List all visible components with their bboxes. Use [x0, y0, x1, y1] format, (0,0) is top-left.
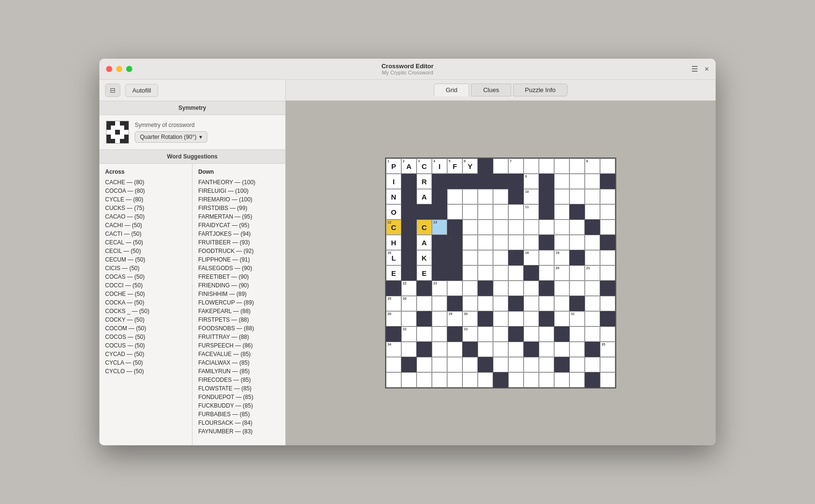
table-row[interactable] — [585, 281, 600, 296]
table-row[interactable] — [447, 281, 462, 296]
table-row[interactable] — [462, 342, 478, 357]
table-row[interactable]: 10 — [524, 189, 539, 204]
table-row[interactable] — [478, 265, 493, 281]
table-row[interactable]: 19 — [554, 250, 569, 265]
tab-grid[interactable]: Grid — [434, 84, 470, 96]
tab-puzzle-info[interactable]: Puzzle Info — [513, 84, 568, 96]
table-row[interactable] — [600, 311, 615, 326]
table-row[interactable]: 21 — [585, 265, 600, 281]
list-item[interactable]: COCAS — (50) — [99, 273, 192, 281]
table-row[interactable] — [493, 189, 508, 204]
table-row[interactable] — [493, 281, 508, 296]
list-item[interactable]: CACHI — (50) — [99, 221, 192, 230]
table-row[interactable] — [432, 296, 447, 311]
table-row[interactable]: 24 — [539, 281, 554, 296]
table-row[interactable] — [462, 265, 478, 281]
table-row[interactable] — [600, 265, 615, 281]
table-row[interactable] — [600, 326, 615, 342]
table-row[interactable] — [569, 357, 585, 372]
list-item[interactable]: FAMILYRUN — (85) — [193, 367, 285, 376]
crossword-grid[interactable]: 1P2A3C4I5F6Y78IR9NA10O1112CC13HA1516LK17… — [385, 158, 616, 388]
table-row[interactable] — [493, 204, 508, 220]
table-row[interactable] — [539, 235, 554, 250]
list-item[interactable]: CYCLA — (50) — [99, 358, 192, 367]
list-item[interactable]: COCCI — (50) — [99, 281, 192, 290]
table-row[interactable] — [432, 372, 447, 388]
list-item[interactable]: CACHE — (80) — [99, 178, 192, 187]
table-row[interactable] — [524, 342, 539, 357]
table-row[interactable]: 13 — [432, 220, 447, 235]
list-item[interactable]: COCOA — (80) — [99, 187, 192, 195]
table-row[interactable] — [600, 281, 615, 296]
table-row[interactable] — [401, 372, 417, 388]
table-row[interactable]: 5F — [447, 158, 462, 174]
table-row[interactable] — [462, 174, 478, 189]
close-icon[interactable]: × — [705, 65, 709, 74]
table-row[interactable]: 8 — [585, 158, 600, 174]
table-row[interactable] — [508, 235, 524, 250]
table-row[interactable] — [478, 326, 493, 342]
table-row[interactable]: 3C — [417, 158, 432, 174]
table-row[interactable] — [478, 235, 493, 250]
table-row[interactable] — [524, 357, 539, 372]
table-row[interactable] — [585, 311, 600, 326]
list-item[interactable]: CECUM — (50) — [99, 255, 192, 264]
table-row[interactable] — [569, 326, 585, 342]
list-item[interactable]: FLOURSACK — (84) — [193, 419, 285, 427]
list-item[interactable]: CACTI — (50) — [99, 230, 192, 238]
table-row[interactable] — [508, 174, 524, 189]
table-row[interactable] — [585, 342, 600, 357]
table-row[interactable] — [554, 281, 569, 296]
table-row[interactable] — [554, 158, 569, 174]
table-row[interactable] — [478, 357, 493, 372]
table-row[interactable] — [417, 204, 432, 220]
table-row[interactable] — [462, 250, 478, 265]
table-row[interactable] — [554, 235, 569, 250]
table-row[interactable] — [508, 189, 524, 204]
table-row[interactable] — [401, 265, 417, 281]
table-row[interactable] — [539, 326, 554, 342]
list-item[interactable]: FURBABIES — (85) — [193, 410, 285, 419]
table-row[interactable] — [462, 220, 478, 235]
table-row[interactable] — [462, 189, 478, 204]
list-item[interactable]: CECAL — (50) — [99, 238, 192, 247]
table-row[interactable] — [401, 342, 417, 357]
list-item[interactable]: FARTJOKES — (94) — [193, 230, 285, 238]
table-row[interactable] — [401, 204, 417, 220]
table-row[interactable] — [600, 357, 615, 372]
table-row[interactable] — [401, 311, 417, 326]
list-item[interactable]: FIRECODES — (85) — [193, 376, 285, 384]
list-item[interactable]: FIRSTPETS — (88) — [193, 315, 285, 324]
list-item[interactable]: FRUITTRAY — (88) — [193, 333, 285, 341]
table-row[interactable] — [478, 311, 493, 326]
table-row[interactable] — [478, 250, 493, 265]
table-row[interactable] — [432, 174, 447, 189]
table-row[interactable] — [478, 342, 493, 357]
table-row[interactable] — [554, 204, 569, 220]
table-row[interactable] — [462, 281, 478, 296]
table-row[interactable]: 29 — [447, 311, 462, 326]
table-row[interactable] — [447, 357, 462, 372]
list-item[interactable]: COCKY — (50) — [99, 315, 192, 324]
table-row[interactable]: 18 — [524, 250, 539, 265]
table-row[interactable] — [493, 357, 508, 372]
table-row[interactable] — [600, 250, 615, 265]
table-row[interactable] — [447, 220, 462, 235]
table-row[interactable] — [478, 174, 493, 189]
table-row[interactable] — [493, 235, 508, 250]
table-row[interactable] — [478, 158, 493, 174]
list-item[interactable]: FLOWERCUP — (89) — [193, 298, 285, 307]
list-item[interactable]: FINISHHIM — (89) — [193, 290, 285, 298]
table-row[interactable] — [432, 265, 447, 281]
table-row[interactable] — [447, 372, 462, 388]
table-row[interactable] — [508, 281, 524, 296]
table-row[interactable] — [447, 189, 462, 204]
list-item[interactable]: FUCKBUDDY — (85) — [193, 401, 285, 410]
list-item[interactable]: COCKA — (50) — [99, 298, 192, 307]
table-row[interactable] — [478, 296, 493, 311]
table-row[interactable]: O — [386, 204, 401, 220]
table-row[interactable] — [401, 250, 417, 265]
table-row[interactable] — [539, 158, 554, 174]
list-item[interactable]: FANTHEORY — (100) — [193, 178, 285, 187]
table-row[interactable] — [493, 311, 508, 326]
